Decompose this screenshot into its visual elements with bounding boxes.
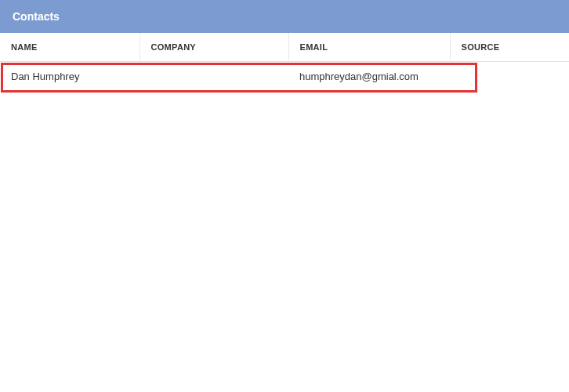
cell-source [450, 62, 569, 92]
column-header-name[interactable]: NAME [0, 33, 140, 62]
cell-email: humphreydan@gmial.com [288, 62, 450, 92]
table-row[interactable]: Dan Humphrey humphreydan@gmial.com [0, 62, 569, 92]
page-header: Contacts [0, 0, 569, 33]
page-title: Contacts [13, 10, 60, 23]
table-header-row: NAME COMPANY EMAIL SOURCE [0, 33, 569, 62]
cell-company [140, 62, 288, 92]
column-header-source[interactable]: SOURCE [450, 33, 569, 62]
column-header-email[interactable]: EMAIL [288, 33, 450, 62]
column-header-company[interactable]: COMPANY [140, 33, 288, 62]
contacts-table: NAME COMPANY EMAIL SOURCE Dan Humphrey h… [0, 33, 569, 91]
cell-name: Dan Humphrey [0, 62, 140, 92]
contacts-table-wrapper: NAME COMPANY EMAIL SOURCE Dan Humphrey h… [0, 33, 569, 91]
